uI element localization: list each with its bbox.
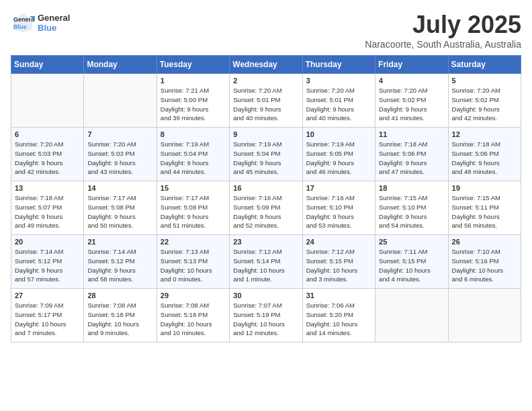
day-info: Sunrise: 7:16 AM Sunset: 5:10 PM Dayligh… bbox=[306, 193, 371, 230]
day-info: Sunrise: 7:14 AM Sunset: 5:12 PM Dayligh… bbox=[87, 247, 152, 284]
calendar-cell: 1Sunrise: 7:21 AM Sunset: 5:00 PM Daylig… bbox=[157, 74, 229, 128]
weekday-header-wednesday: Wednesday bbox=[230, 56, 302, 74]
day-number: 10 bbox=[306, 130, 371, 138]
day-number: 22 bbox=[161, 238, 226, 246]
weekday-header-friday: Friday bbox=[375, 56, 448, 74]
page-header: General Blue General Blue July 2025 Nara… bbox=[11, 11, 521, 50]
calendar-cell: 20Sunrise: 7:14 AM Sunset: 5:12 PM Dayli… bbox=[11, 235, 84, 289]
weekday-header-sunday: Sunday bbox=[11, 56, 84, 74]
day-info: Sunrise: 7:06 AM Sunset: 5:20 PM Dayligh… bbox=[306, 301, 371, 338]
day-number: 11 bbox=[379, 130, 444, 138]
day-info: Sunrise: 7:20 AM Sunset: 5:01 PM Dayligh… bbox=[306, 86, 371, 123]
day-number: 24 bbox=[306, 238, 371, 246]
calendar-cell: 5Sunrise: 7:20 AM Sunset: 5:02 PM Daylig… bbox=[448, 74, 521, 128]
calendar-cell: 23Sunrise: 7:12 AM Sunset: 5:14 PM Dayli… bbox=[230, 235, 302, 289]
day-number: 15 bbox=[161, 184, 226, 192]
calendar-cell: 11Sunrise: 7:18 AM Sunset: 5:06 PM Dayli… bbox=[375, 128, 448, 181]
day-number: 29 bbox=[161, 291, 226, 300]
day-info: Sunrise: 7:21 AM Sunset: 5:00 PM Dayligh… bbox=[161, 86, 226, 123]
day-info: Sunrise: 7:08 AM Sunset: 5:18 PM Dayligh… bbox=[87, 301, 152, 338]
day-info: Sunrise: 7:12 AM Sunset: 5:15 PM Dayligh… bbox=[306, 247, 371, 284]
calendar-cell: 16Sunrise: 7:16 AM Sunset: 5:09 PM Dayli… bbox=[230, 181, 302, 235]
calendar-cell: 19Sunrise: 7:15 AM Sunset: 5:11 PM Dayli… bbox=[448, 181, 521, 235]
day-number: 14 bbox=[87, 184, 152, 192]
day-info: Sunrise: 7:18 AM Sunset: 5:06 PM Dayligh… bbox=[379, 140, 444, 177]
calendar-cell: 6Sunrise: 7:20 AM Sunset: 5:03 PM Daylig… bbox=[11, 128, 84, 181]
location-title: Naracoorte, South Australia, Australia bbox=[365, 39, 521, 50]
day-number: 23 bbox=[233, 238, 298, 246]
calendar-cell: 10Sunrise: 7:19 AM Sunset: 5:05 PM Dayli… bbox=[302, 128, 375, 181]
day-info: Sunrise: 7:18 AM Sunset: 5:06 PM Dayligh… bbox=[452, 140, 517, 177]
day-number: 4 bbox=[379, 77, 444, 85]
day-number: 31 bbox=[306, 291, 371, 300]
day-info: Sunrise: 7:19 AM Sunset: 5:04 PM Dayligh… bbox=[161, 140, 226, 177]
day-number: 16 bbox=[233, 184, 298, 192]
calendar-cell bbox=[11, 74, 84, 128]
day-number: 6 bbox=[15, 130, 80, 138]
calendar-cell: 27Sunrise: 7:09 AM Sunset: 5:17 PM Dayli… bbox=[11, 289, 84, 342]
calendar-cell: 3Sunrise: 7:20 AM Sunset: 5:01 PM Daylig… bbox=[302, 74, 375, 128]
calendar-cell: 24Sunrise: 7:12 AM Sunset: 5:15 PM Dayli… bbox=[302, 235, 375, 289]
day-number: 13 bbox=[15, 184, 80, 192]
logo: General Blue General Blue bbox=[11, 11, 70, 35]
day-info: Sunrise: 7:20 AM Sunset: 5:02 PM Dayligh… bbox=[452, 86, 517, 123]
day-info: Sunrise: 7:09 AM Sunset: 5:17 PM Dayligh… bbox=[15, 301, 80, 338]
weekday-header-tuesday: Tuesday bbox=[157, 56, 229, 74]
calendar-cell bbox=[375, 289, 448, 342]
weekday-header-thursday: Thursday bbox=[302, 56, 375, 74]
day-info: Sunrise: 7:20 AM Sunset: 5:03 PM Dayligh… bbox=[87, 140, 152, 177]
day-info: Sunrise: 7:19 AM Sunset: 5:04 PM Dayligh… bbox=[233, 140, 298, 177]
calendar-cell: 30Sunrise: 7:07 AM Sunset: 5:19 PM Dayli… bbox=[230, 289, 302, 342]
calendar-cell: 17Sunrise: 7:16 AM Sunset: 5:10 PM Dayli… bbox=[302, 181, 375, 235]
calendar-cell: 9Sunrise: 7:19 AM Sunset: 5:04 PM Daylig… bbox=[230, 128, 302, 181]
day-info: Sunrise: 7:10 AM Sunset: 5:16 PM Dayligh… bbox=[452, 247, 517, 284]
day-number: 8 bbox=[161, 130, 226, 138]
svg-text:Blue: Blue bbox=[13, 24, 27, 30]
day-info: Sunrise: 7:16 AM Sunset: 5:09 PM Dayligh… bbox=[233, 193, 298, 230]
day-info: Sunrise: 7:18 AM Sunset: 5:07 PM Dayligh… bbox=[15, 193, 80, 230]
calendar-cell: 14Sunrise: 7:17 AM Sunset: 5:08 PM Dayli… bbox=[84, 181, 157, 235]
day-number: 28 bbox=[87, 291, 152, 300]
calendar-cell: 31Sunrise: 7:06 AM Sunset: 5:20 PM Dayli… bbox=[302, 289, 375, 342]
day-number: 26 bbox=[452, 238, 517, 246]
calendar-cell: 8Sunrise: 7:19 AM Sunset: 5:04 PM Daylig… bbox=[157, 128, 229, 181]
day-info: Sunrise: 7:20 AM Sunset: 5:02 PM Dayligh… bbox=[379, 86, 444, 123]
day-info: Sunrise: 7:17 AM Sunset: 5:08 PM Dayligh… bbox=[161, 193, 226, 230]
day-info: Sunrise: 7:17 AM Sunset: 5:08 PM Dayligh… bbox=[87, 193, 152, 230]
day-number: 18 bbox=[379, 184, 444, 192]
day-number: 20 bbox=[15, 238, 80, 246]
day-info: Sunrise: 7:08 AM Sunset: 5:18 PM Dayligh… bbox=[161, 301, 226, 338]
day-number: 3 bbox=[306, 77, 371, 85]
logo-blue: Blue bbox=[38, 23, 70, 33]
calendar-cell: 26Sunrise: 7:10 AM Sunset: 5:16 PM Dayli… bbox=[448, 235, 521, 289]
day-info: Sunrise: 7:20 AM Sunset: 5:03 PM Dayligh… bbox=[15, 140, 80, 177]
calendar-cell: 13Sunrise: 7:18 AM Sunset: 5:07 PM Dayli… bbox=[11, 181, 84, 235]
calendar-cell: 21Sunrise: 7:14 AM Sunset: 5:12 PM Dayli… bbox=[84, 235, 157, 289]
weekday-header-monday: Monday bbox=[84, 56, 157, 74]
day-number: 7 bbox=[87, 130, 152, 138]
month-title: July 2025 bbox=[365, 11, 521, 39]
weekday-header-saturday: Saturday bbox=[448, 56, 521, 74]
calendar-cell: 2Sunrise: 7:20 AM Sunset: 5:01 PM Daylig… bbox=[230, 74, 302, 128]
calendar-cell: 4Sunrise: 7:20 AM Sunset: 5:02 PM Daylig… bbox=[375, 74, 448, 128]
day-info: Sunrise: 7:11 AM Sunset: 5:15 PM Dayligh… bbox=[379, 247, 444, 284]
day-info: Sunrise: 7:12 AM Sunset: 5:14 PM Dayligh… bbox=[233, 247, 298, 284]
day-info: Sunrise: 7:15 AM Sunset: 5:10 PM Dayligh… bbox=[379, 193, 444, 230]
day-info: Sunrise: 7:20 AM Sunset: 5:01 PM Dayligh… bbox=[233, 86, 298, 123]
calendar-cell: 7Sunrise: 7:20 AM Sunset: 5:03 PM Daylig… bbox=[84, 128, 157, 181]
day-number: 19 bbox=[452, 184, 517, 192]
calendar-cell: 28Sunrise: 7:08 AM Sunset: 5:18 PM Dayli… bbox=[84, 289, 157, 342]
calendar-cell bbox=[84, 74, 157, 128]
calendar-cell: 18Sunrise: 7:15 AM Sunset: 5:10 PM Dayli… bbox=[375, 181, 448, 235]
calendar-cell: 22Sunrise: 7:13 AM Sunset: 5:13 PM Dayli… bbox=[157, 235, 229, 289]
logo-general: General bbox=[38, 13, 70, 23]
day-info: Sunrise: 7:19 AM Sunset: 5:05 PM Dayligh… bbox=[306, 140, 371, 177]
day-number: 5 bbox=[452, 77, 517, 85]
day-number: 12 bbox=[452, 130, 517, 138]
day-number: 21 bbox=[87, 238, 152, 246]
day-number: 27 bbox=[15, 291, 80, 300]
calendar-cell bbox=[448, 289, 521, 342]
day-info: Sunrise: 7:14 AM Sunset: 5:12 PM Dayligh… bbox=[15, 247, 80, 284]
calendar-cell: 12Sunrise: 7:18 AM Sunset: 5:06 PM Dayli… bbox=[448, 128, 521, 181]
day-info: Sunrise: 7:13 AM Sunset: 5:13 PM Dayligh… bbox=[161, 247, 226, 284]
